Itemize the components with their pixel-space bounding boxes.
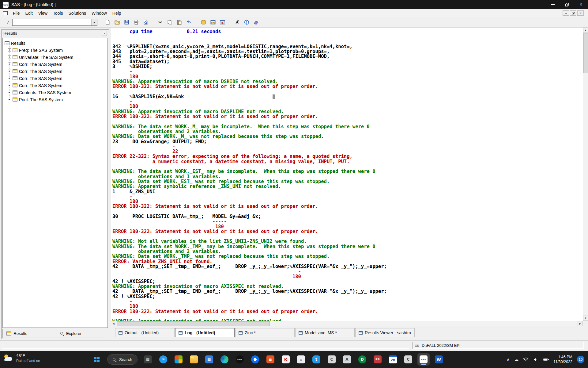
toolbar: ✓ ✂ bbox=[0, 17, 588, 28]
document-tab[interactable]: Output - (Untitled) bbox=[115, 328, 175, 337]
expand-icon[interactable] bbox=[8, 84, 11, 87]
vertical-scrollbar[interactable]: ▲ ▼ bbox=[583, 28, 588, 321]
child-window-icon[interactable] bbox=[3, 11, 8, 15]
explorer-tab[interactable]: Explorer bbox=[56, 329, 105, 338]
scroll-up-button[interactable]: ▲ bbox=[583, 28, 588, 33]
edge-browser-icon[interactable] bbox=[218, 353, 231, 366]
copy-button[interactable] bbox=[166, 18, 174, 26]
k-app-icon[interactable]: K bbox=[280, 353, 292, 366]
blue-circle-app-icon[interactable] bbox=[249, 353, 261, 366]
menu-item-edit[interactable]: Edit bbox=[23, 9, 36, 17]
c2-app-icon[interactable]: C bbox=[402, 353, 414, 366]
menu-item-tools[interactable]: Tools bbox=[50, 9, 66, 17]
toolbar-separator bbox=[196, 19, 196, 25]
menu-item-file[interactable]: File bbox=[10, 9, 23, 17]
tree-item[interactable]: Freq: The SAS System bbox=[3, 47, 107, 54]
child-close-button[interactable]: × bbox=[577, 10, 584, 16]
sas-app-icon[interactable]: sas bbox=[417, 353, 430, 366]
clear-all-button[interactable] bbox=[252, 18, 260, 26]
a-app-icon[interactable]: A bbox=[341, 353, 353, 366]
scroll-left-button[interactable]: ◀ bbox=[111, 321, 116, 326]
print-button[interactable] bbox=[132, 18, 140, 26]
microsoft-office-app-icon[interactable] bbox=[172, 353, 185, 366]
c-app-icon[interactable]: C bbox=[326, 353, 338, 366]
menu-item-solutions[interactable]: Solutions bbox=[66, 9, 89, 17]
document-tab[interactable]: Zinc * bbox=[235, 328, 295, 337]
dell-app-icon[interactable]: DELL bbox=[234, 353, 246, 366]
log-view[interactable]: cpu time 0.21 seconds 342 %PSPLINET(x=zn… bbox=[111, 28, 583, 321]
horizontal-scrollbar[interactable]: ◀ ▶ bbox=[111, 321, 583, 326]
d-app-icon[interactable]: D bbox=[356, 353, 368, 366]
horizontal-scroll-thumb[interactable] bbox=[117, 321, 270, 326]
start-button[interactable] bbox=[91, 353, 103, 366]
paste-button[interactable] bbox=[175, 18, 183, 26]
tree-item[interactable]: Corr: The SAS System bbox=[3, 61, 107, 68]
clock[interactable]: 1:46 PM 11/30/2022 bbox=[553, 355, 572, 364]
new-button[interactable] bbox=[104, 18, 112, 26]
chat-app-icon[interactable]: ✉ bbox=[157, 353, 169, 366]
hidden-icons-chevron[interactable]: ∧ bbox=[507, 357, 510, 362]
close-button[interactable]: × bbox=[574, 0, 588, 9]
command-dropdown-icon[interactable] bbox=[91, 19, 97, 25]
pb-app-icon[interactable]: PB bbox=[371, 353, 384, 366]
results-panel-close-button[interactable]: × bbox=[102, 31, 107, 36]
menu-item-view[interactable]: View bbox=[36, 9, 50, 17]
menu-item-window[interactable]: Window bbox=[89, 9, 110, 17]
new-library-button[interactable] bbox=[199, 18, 208, 26]
weather-temp: 48°F bbox=[16, 353, 40, 358]
cut-button[interactable]: ✂ bbox=[156, 18, 164, 26]
battery-icon[interactable] bbox=[543, 358, 549, 361]
results-tree-root[interactable]: Results bbox=[3, 40, 107, 47]
save-button[interactable] bbox=[123, 18, 131, 26]
scroll-right-button[interactable]: ▶ bbox=[578, 321, 583, 326]
new-window-button[interactable] bbox=[218, 18, 227, 26]
print-preview-button[interactable] bbox=[141, 18, 150, 26]
expand-icon[interactable] bbox=[8, 70, 11, 73]
notification-badge[interactable]: 10 bbox=[577, 356, 584, 363]
image-viewer-app-icon[interactable]: ▲ bbox=[295, 353, 307, 366]
onedrive-icon[interactable]: ☁ bbox=[514, 357, 518, 362]
expand-icon[interactable] bbox=[8, 91, 11, 94]
orange-app-icon[interactable]: ≡ bbox=[264, 353, 277, 366]
weather-widget[interactable]: 48°F Rain off and on bbox=[4, 353, 40, 363]
tree-item[interactable]: Corr: The SAS System bbox=[3, 82, 107, 89]
command-input[interactable] bbox=[13, 19, 91, 25]
tree-item[interactable]: Print: The SAS System bbox=[3, 96, 107, 103]
tree-item[interactable]: Corr: The SAS System bbox=[3, 75, 107, 82]
tree-item[interactable]: Contents: The SAS System bbox=[3, 89, 107, 96]
minimize-button[interactable] bbox=[546, 0, 560, 9]
document-tab[interactable]: Model zinc_MS * bbox=[295, 328, 355, 337]
submit-button[interactable] bbox=[233, 18, 241, 26]
expand-icon[interactable] bbox=[8, 63, 11, 66]
wifi-icon[interactable] bbox=[523, 357, 529, 362]
file-explorer-icon[interactable] bbox=[188, 353, 200, 366]
expand-icon[interactable] bbox=[8, 48, 11, 52]
undo-button[interactable] bbox=[185, 18, 193, 26]
tree-item[interactable]: Corr: The SAS System bbox=[3, 68, 107, 75]
working-directory[interactable]: D:\FALL 2022\SM EPI bbox=[412, 342, 584, 349]
child-minimize-button[interactable] bbox=[563, 10, 569, 16]
expand-icon[interactable] bbox=[8, 98, 11, 101]
vertical-scroll-thumb[interactable] bbox=[583, 33, 588, 73]
twitter-app-icon[interactable]: t bbox=[310, 353, 322, 366]
document-tab[interactable]: Results Viewer - sashtml bbox=[355, 328, 415, 337]
break-button[interactable] bbox=[243, 18, 251, 26]
expand-icon[interactable] bbox=[8, 56, 11, 59]
results-tab[interactable]: Results bbox=[2, 329, 55, 338]
open-button[interactable] bbox=[113, 18, 121, 26]
child-restore-button[interactable] bbox=[570, 10, 576, 16]
command-run-button[interactable]: ✓ bbox=[4, 19, 12, 26]
word-app-icon[interactable]: W bbox=[433, 353, 445, 366]
explorer-window-button[interactable] bbox=[209, 18, 217, 26]
menu-item-help[interactable]: Help bbox=[110, 9, 124, 17]
restore-button[interactable] bbox=[560, 0, 574, 9]
photos-app-icon[interactable]: ▦ bbox=[142, 353, 154, 366]
volume-icon[interactable] bbox=[533, 358, 538, 362]
scroll-down-button[interactable]: ▼ bbox=[583, 316, 588, 321]
document-tab[interactable]: Log - (Untitled) bbox=[175, 328, 235, 337]
expand-icon[interactable] bbox=[8, 77, 11, 80]
search-box[interactable]: Search bbox=[107, 354, 138, 365]
tree-item[interactable]: Univariate: The SAS System bbox=[3, 54, 107, 61]
store-app-icon[interactable]: ▦ bbox=[203, 353, 215, 366]
calendar-app-icon[interactable]: 28 bbox=[387, 353, 399, 366]
